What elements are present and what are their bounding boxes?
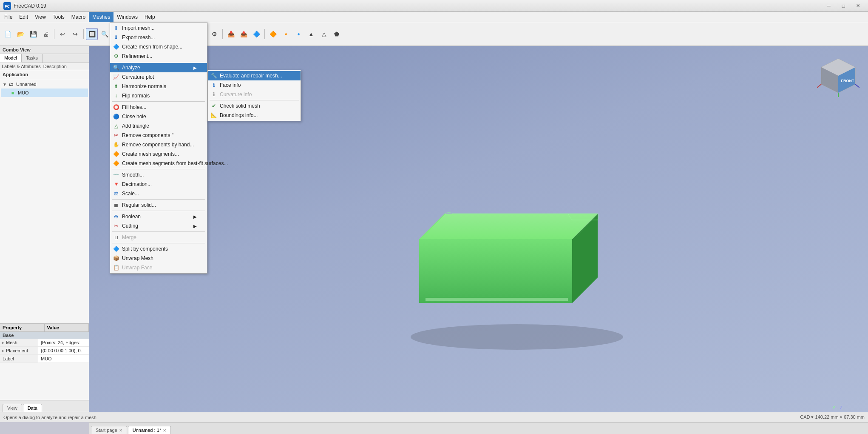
x-axis-label: Y xyxy=(832,405,835,410)
bottom-tab-data[interactable]: Data xyxy=(23,404,42,412)
menu-tools[interactable]: Tools xyxy=(49,12,68,22)
menu-help[interactable]: Help xyxy=(141,12,159,22)
menu-unwrap-mesh[interactable]: 📦 Unwrap Mesh xyxy=(110,254,207,263)
mesh-svg xyxy=(360,154,657,367)
new-button[interactable]: 📄 xyxy=(2,28,14,40)
tab-start-page[interactable]: Start page ✕ xyxy=(91,426,127,434)
bottom-tab-view[interactable]: View xyxy=(3,404,22,412)
remove-components-icon: ✂ xyxy=(113,132,119,139)
sep6 xyxy=(264,29,265,39)
sep-5 xyxy=(112,211,205,211)
sep-3 xyxy=(112,169,205,169)
mesh-export[interactable]: 📤 xyxy=(238,28,250,40)
tab-unnamed1[interactable]: Unnamed : 1* ✕ xyxy=(128,426,171,434)
menu-view[interactable]: View xyxy=(31,12,49,22)
mesh-object xyxy=(360,154,657,368)
sep-7 xyxy=(112,243,205,243)
start-page-label: Start page xyxy=(96,428,117,433)
redo-button[interactable]: ↪ xyxy=(69,28,81,40)
property-panel: Property Value Base Mesh [Points: 24, Ed… xyxy=(0,323,89,400)
zoom-in-button[interactable]: 🔍 xyxy=(99,28,111,40)
submenu-boundings-info[interactable]: 📐 Boundings info... xyxy=(208,111,301,120)
titlebar-title: FreeCAD 0.19 xyxy=(14,3,822,9)
print-button[interactable]: 🖨 xyxy=(40,28,52,40)
menu-remove-components[interactable]: ✂ Remove components " xyxy=(110,131,207,140)
menu-add-triangle[interactable]: △ Add triangle xyxy=(110,121,207,131)
fill-holes-icon: ⭕ xyxy=(113,104,119,111)
menu-curvature-plot[interactable]: 📈 Curvature plot xyxy=(110,72,207,82)
tb-btn4[interactable]: ▲ xyxy=(305,28,317,40)
statusbar-right: CAD ▾ 140.22 mm × 67.30 mm xyxy=(800,414,865,420)
statusbar-message: Opens a dialog to analyze and repair a m… xyxy=(3,415,800,420)
tb-btn5[interactable]: △ xyxy=(318,28,330,40)
save-button[interactable]: 💾 xyxy=(27,28,39,40)
submenu-check-solid[interactable]: ✔ Check solid mesh xyxy=(208,101,301,111)
unnamed1-close[interactable]: ✕ xyxy=(163,428,166,433)
prop-row-placement[interactable]: Placement {(0.00 0.00 1.00); 0. xyxy=(0,347,89,355)
mesh-import[interactable]: 📥 xyxy=(225,28,237,40)
description-link[interactable]: Description xyxy=(43,64,67,69)
submenu-face-info[interactable]: ℹ Face info xyxy=(208,80,301,90)
svg-line-10 xyxy=(817,84,821,88)
start-page-close[interactable]: ✕ xyxy=(119,428,122,433)
menu-edit[interactable]: Edit xyxy=(16,12,31,22)
menu-decimation[interactable]: 🔻 Decimation... xyxy=(110,180,207,189)
menu-close-hole[interactable]: 🔵 Close hole xyxy=(110,112,207,121)
submenu-evaluate-repair[interactable]: 🔧 Evaluate and repair mesh... xyxy=(208,71,301,80)
tb-btn1[interactable]: 🔶 xyxy=(267,28,279,40)
maximize-button[interactable]: □ xyxy=(837,1,850,11)
menu-file[interactable]: File xyxy=(1,12,16,22)
menu-regular-solid[interactable]: ◼ Regular solid... xyxy=(110,200,207,210)
menu-cutting[interactable]: ✂ Cutting ▶ xyxy=(110,221,207,231)
menu-macro[interactable]: Macro xyxy=(68,12,89,22)
menu-boolean[interactable]: ⊕ Boolean ▶ xyxy=(110,212,207,221)
tab-model[interactable]: Model xyxy=(0,54,22,63)
prop-row-mesh[interactable]: Mesh [Points: 24, Edges: xyxy=(0,339,89,347)
decimation-icon: 🔻 xyxy=(113,181,119,188)
select-button[interactable]: 🔲 xyxy=(86,28,98,40)
menu-harmonize-normals[interactable]: ⬆ Harmonize normals xyxy=(110,82,207,91)
labels-attributes-link[interactable]: Labels & Attributes xyxy=(2,64,41,69)
prop-row-label[interactable]: Label MUO xyxy=(0,355,89,363)
menu-create-best-fit[interactable]: 🔶 Create mesh segments from best-fit sur… xyxy=(110,159,207,168)
menu-fill-holes[interactable]: ⭕ Fill holes... xyxy=(110,103,207,112)
tb-btn3[interactable]: 🔹 xyxy=(292,28,304,40)
mesh-create[interactable]: 🔷 xyxy=(250,28,262,40)
minimize-button[interactable]: ─ xyxy=(822,1,836,11)
undo-button[interactable]: ↩ xyxy=(57,28,68,40)
menu-create-from-shape[interactable]: 🔷 Create mesh from shape... xyxy=(110,42,207,51)
macro-button[interactable]: ⚙ xyxy=(208,28,220,40)
sep-6 xyxy=(112,231,205,232)
menu-flip-normals[interactable]: ↕ Flip normals xyxy=(110,91,207,100)
menu-scale[interactable]: ⚖ Scale... xyxy=(110,189,207,198)
tree-area: ▼ 🗂 Unnamed ■ MUO xyxy=(0,79,89,323)
z-axis-label: Z xyxy=(840,405,842,410)
sep-2 xyxy=(112,101,205,102)
menu-import-mesh[interactable]: ⬆ Import mesh... xyxy=(110,23,207,33)
open-button[interactable]: 📂 xyxy=(14,28,26,40)
tb-btn2[interactable]: 🔸 xyxy=(280,28,292,40)
sublabel-row: Labels & Attributes Description xyxy=(0,63,89,70)
menu-export-mesh[interactable]: ⬇ Export mesh... xyxy=(110,33,207,42)
menu-windows[interactable]: Windows xyxy=(113,12,141,22)
menu-split-by-components[interactable]: 🔷 Split by components xyxy=(110,244,207,254)
menu-meshes[interactable]: Meshes xyxy=(89,12,113,22)
close-button[interactable]: ✕ xyxy=(851,1,865,11)
menu-refinement[interactable]: ⚙ Refinement... xyxy=(110,51,207,61)
prop-col-property: Property xyxy=(0,324,45,331)
tab-tasks[interactable]: Tasks xyxy=(22,54,43,63)
face-info-icon: ℹ xyxy=(210,82,217,89)
tree-item-muo[interactable]: ■ MUO xyxy=(1,89,88,97)
tree-item-unnamed[interactable]: ▼ 🗂 Unnamed xyxy=(1,80,88,89)
tb-btn6[interactable]: ⬟ xyxy=(331,28,343,40)
prop-value-placement: {(0.00 0.00 1.00); 0. xyxy=(38,347,89,354)
menu-remove-by-hand[interactable]: ✋ Remove components by hand... xyxy=(110,140,207,149)
create-segments-icon: 🔶 xyxy=(113,151,119,157)
menu-smooth[interactable]: 〰 Smooth... xyxy=(110,170,207,180)
property-header-row: Property Value xyxy=(0,324,89,332)
refinement-icon: ⚙ xyxy=(113,53,119,60)
menu-unwrap-face: 📋 Unwrap Face xyxy=(110,263,207,272)
menu-analyze[interactable]: 🔍 Analyze ▶ xyxy=(110,63,207,72)
menu-create-segments[interactable]: 🔶 Create mesh segments... xyxy=(110,149,207,159)
boolean-icon: ⊕ xyxy=(113,213,119,220)
